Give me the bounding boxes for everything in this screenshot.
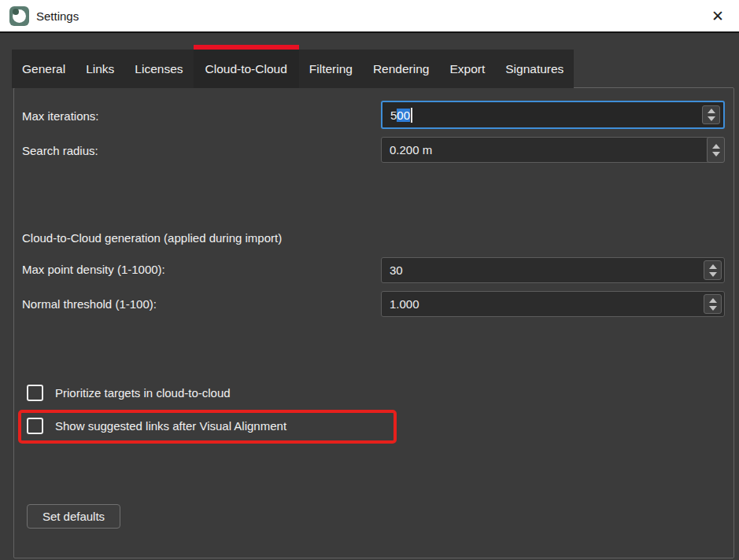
search-radius-spinner[interactable] (707, 137, 725, 163)
show-suggested-links-checkbox[interactable] (27, 418, 43, 434)
max-point-density-label: Max point density (1-1000): (22, 263, 165, 276)
spin-down-icon[interactable] (712, 152, 720, 157)
prioritize-targets-label: Prioritize targets in cloud-to-cloud (55, 386, 231, 400)
dialog-body: General Links Licenses Cloud-to-Cloud Fi… (0, 33, 739, 560)
spin-up-icon[interactable] (708, 109, 715, 113)
search-radius-value[interactable]: 0.200 m (381, 137, 714, 163)
tab-general[interactable]: General (12, 50, 76, 88)
normal-threshold-value[interactable]: 1.000 (381, 291, 725, 317)
max-point-density-value[interactable]: 30 (381, 257, 725, 283)
search-radius-input[interactable]: 0.200 m (381, 137, 725, 163)
spin-down-icon[interactable] (709, 306, 717, 311)
window-title: Settings (36, 9, 79, 23)
spin-down-icon[interactable] (708, 116, 715, 121)
prioritize-targets-checkbox[interactable] (27, 385, 43, 401)
spin-up-icon[interactable] (712, 144, 720, 149)
text-caret (411, 108, 412, 123)
section-title: Cloud-to-Cloud generation (applied durin… (22, 231, 282, 245)
max-point-density-spinner[interactable] (704, 260, 722, 280)
titlebar: Settings ✕ (0, 0, 739, 31)
tab-links[interactable]: Links (76, 50, 124, 88)
normal-threshold-input[interactable]: 1.000 (381, 291, 725, 317)
tab-export[interactable]: Export (439, 50, 495, 88)
normal-threshold-label: Normal threshold (1-100): (22, 297, 157, 311)
set-defaults-button[interactable]: Set defaults (27, 504, 120, 529)
spin-up-icon[interactable] (709, 264, 717, 269)
spin-up-icon[interactable] (709, 298, 717, 303)
search-radius-label: Search radius: (22, 144, 98, 157)
max-point-density-input[interactable]: 30 (381, 257, 725, 283)
tab-bar: General Links Licenses Cloud-to-Cloud Fi… (12, 45, 574, 88)
close-icon[interactable]: ✕ (706, 4, 730, 28)
app-logo-icon (9, 6, 29, 26)
spin-down-icon[interactable] (709, 272, 717, 277)
logo-dot (13, 9, 19, 15)
max-iterations-spinner[interactable] (702, 105, 720, 124)
tab-signatures[interactable]: Signatures (495, 50, 574, 88)
tab-cloud-to-cloud[interactable]: Cloud-to-Cloud (194, 45, 299, 88)
show-suggested-links-label: Show suggested links after Visual Alignm… (55, 419, 286, 433)
value-prefix: 5 (390, 109, 397, 122)
settings-window: Settings ✕ General Links Licenses Cloud-… (0, 0, 739, 560)
tab-rendering[interactable]: Rendering (363, 50, 440, 88)
max-iterations-label: Max iterations: (22, 109, 99, 123)
tab-licenses[interactable]: Licenses (124, 50, 193, 88)
max-iterations-value[interactable]: 500 (381, 101, 725, 129)
value-selected-text: 00 (397, 109, 410, 122)
tab-filtering[interactable]: Filtering (299, 50, 363, 88)
max-iterations-input[interactable]: 500 (381, 101, 725, 129)
normal-threshold-spinner[interactable] (704, 294, 722, 314)
